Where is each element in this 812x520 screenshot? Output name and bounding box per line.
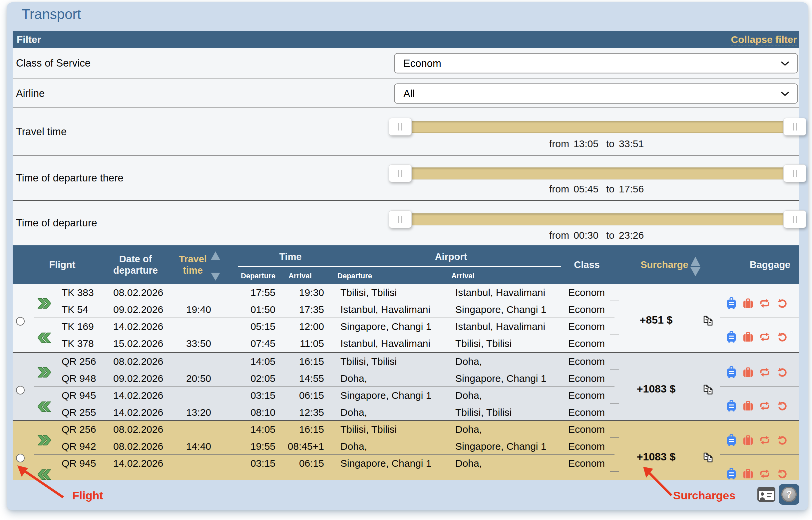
repeat-icon[interactable] [760, 435, 769, 445]
collapse-filter-link[interactable]: Collapse filter [731, 34, 797, 46]
undo-icon[interactable] [777, 435, 787, 445]
flight-number-cell: TK 383 [61, 284, 94, 301]
copy-icon[interactable] [704, 452, 713, 463]
suitcase-rolling-icon[interactable] [727, 297, 736, 309]
arrival-time-cell: 12:35 [269, 404, 324, 421]
arrival-airport-cell: Doha, [455, 455, 482, 472]
slider-handle-max[interactable] [783, 118, 806, 135]
departure-time-cell: 19:55 [229, 438, 275, 455]
sort-asc-icon[interactable] [211, 251, 220, 260]
id-card-button[interactable] [757, 487, 776, 502]
slider-handle-max[interactable] [783, 164, 806, 182]
undo-icon[interactable] [777, 367, 787, 377]
col-travel-time[interactable]: Travel time [179, 253, 207, 276]
date-cell: 14.02.2026 [113, 455, 163, 472]
departure-time-cell: 05:15 [229, 318, 275, 335]
col-flight[interactable]: Flignt [49, 259, 76, 270]
suitcase-rolling-icon[interactable] [727, 468, 736, 480]
arrival-time-cell: 19:30 [269, 284, 324, 301]
departure-time-cell: 14:05 [229, 353, 275, 370]
suitcase-icon[interactable] [743, 401, 753, 411]
repeat-icon[interactable] [760, 469, 769, 479]
travel-time-cell: 14:40 [162, 438, 211, 455]
grip-icon [398, 170, 399, 177]
slider-track[interactable] [400, 121, 795, 133]
undo-icon[interactable] [777, 469, 787, 479]
slider-track[interactable] [400, 213, 795, 225]
suitcase-rolling-icon[interactable] [727, 366, 736, 378]
grip-icon [793, 170, 794, 177]
date-cell: 09.02.2026 [113, 370, 163, 387]
col-airport: Airport [435, 251, 467, 262]
filter-header-bar: Filter Collapse filter [12, 31, 799, 48]
from-value: 13:05 [574, 138, 599, 149]
grip-icon [401, 216, 402, 223]
class-of-service-select[interactable]: Econom [394, 53, 798, 74]
flight-option-group[interactable]: TK 38308.02.202617:5519:30Tbilisi, Tbili… [12, 284, 799, 352]
suitcase-icon[interactable] [743, 469, 753, 479]
flight-select-radio[interactable] [16, 454, 25, 462]
departure-airport-cell: Tbilisi, Tbilisi [340, 421, 397, 438]
flight-select-radio[interactable] [16, 386, 25, 394]
col-surcharge[interactable]: Surcharge [640, 259, 688, 270]
suitcase-icon[interactable] [743, 435, 753, 445]
date-cell: 14.02.2026 [113, 404, 163, 421]
departure-airport-cell: Istanbul, Havalimani [340, 335, 430, 352]
arrival-time-cell: 11:05 [269, 335, 324, 352]
sort-asc-icon[interactable] [690, 257, 701, 266]
col-baggage: Baggage [750, 259, 790, 270]
filter-row-airline: Airline All [12, 79, 799, 107]
to-value: 23:26 [619, 230, 644, 241]
arrival-time-cell: 16:15 [269, 421, 324, 438]
sort-desc-icon[interactable] [211, 272, 220, 281]
slider-track[interactable] [400, 167, 795, 179]
slider-handle-max[interactable] [783, 210, 806, 228]
repeat-icon[interactable] [760, 332, 769, 342]
flight-option-group[interactable]: QR 25608.02.202614:0516:15Tbilisi, Tbili… [12, 420, 799, 480]
repeat-icon[interactable] [760, 401, 769, 411]
arrival-airport-cell: Istanbul, Havalimani [455, 318, 545, 335]
suitcase-icon[interactable] [743, 298, 753, 308]
surcharge-value: +851 $ [616, 313, 696, 327]
slider-handle-min[interactable] [389, 210, 412, 228]
undo-icon[interactable] [777, 401, 787, 411]
grip-icon [398, 123, 399, 130]
date-cell: 08.02.2026 [113, 353, 163, 370]
departure-airport-cell: Doha, [340, 438, 367, 455]
annotation-arrow-flight [13, 462, 70, 503]
travel-time-label: Travel time [16, 126, 69, 138]
col-date-of-departure[interactable]: Date of departure [113, 253, 158, 276]
copy-icon[interactable] [704, 385, 713, 395]
airline-value: All [403, 84, 415, 103]
copy-icon[interactable] [704, 316, 713, 326]
repeat-icon[interactable] [760, 298, 769, 308]
undo-icon[interactable] [777, 298, 787, 308]
from-label: from [549, 230, 569, 241]
class-cell: Econom [568, 404, 605, 421]
departure-time-cell: 01:50 [229, 301, 275, 318]
flight-select-radio[interactable] [16, 317, 25, 326]
class-cell: Econom [568, 455, 605, 472]
suitcase-rolling-icon[interactable] [727, 331, 736, 343]
arrival-airport-cell: Doha, [455, 353, 482, 370]
travel-time-cell: 20:50 [162, 370, 211, 387]
sort-desc-icon[interactable] [690, 267, 701, 276]
repeat-icon[interactable] [760, 367, 769, 377]
suitcase-icon[interactable] [743, 367, 753, 377]
filter-row-class-of-service: Class of Service Econom [12, 48, 799, 79]
flight-segment-row: TK 37815.02.202633:5007:4511:05Istanbul,… [12, 335, 799, 352]
segment-dash [610, 471, 619, 472]
suitcase-rolling-icon[interactable] [727, 434, 736, 446]
undo-icon[interactable] [777, 332, 787, 342]
slider-handle-min[interactable] [389, 164, 412, 182]
filter-row-travel-time: Travel time from13:05to33:51 [12, 107, 799, 155]
arrival-time-cell: 12:00 [269, 318, 324, 335]
help-button[interactable]: ? [779, 484, 800, 505]
slider-handle-min[interactable] [389, 118, 412, 135]
suitcase-icon[interactable] [743, 332, 753, 342]
arrival-time-cell: 06:15 [269, 455, 324, 472]
suitcase-rolling-icon[interactable] [727, 400, 736, 412]
flight-option-group[interactable]: QR 25608.02.202614:0516:15Tbilisi, Tbili… [12, 352, 799, 420]
airline-select[interactable]: All [394, 83, 798, 104]
departure-airport-cell: Tbilisi, Tbilisi [340, 284, 397, 301]
